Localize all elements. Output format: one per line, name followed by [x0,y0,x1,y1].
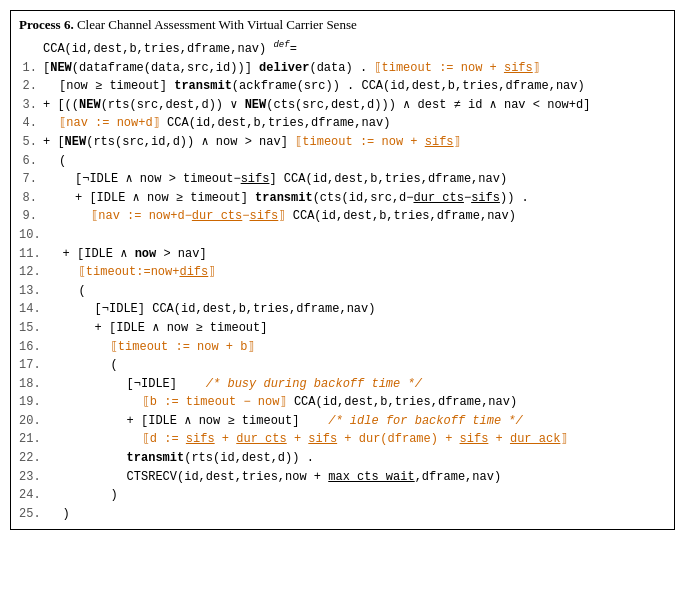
line-row-13: 13. ( [19,282,666,301]
line-num-1: 1. [19,59,37,78]
line-content-0: CCA(id,dest,b,tries,dframe,nav) def= [43,39,666,59]
line-content-13: ( [47,282,666,301]
line-row-6: 6. ( [19,152,666,171]
line-content-4: ⟦nav := now+d⟧ CCA(id,dest,b,tries,dfram… [43,114,666,133]
line-row-8: 8. + [IDLE ∧ now ≥ timeout] transmit(cts… [19,189,666,208]
line-num-13: 13. [19,282,41,301]
line-row-1: 1. [NEW(dataframe(data,src,id))] deliver… [19,59,666,78]
line-content-17: ( [47,356,666,375]
line-content-18: [¬IDLE] /* busy during backoff time */ [47,375,666,394]
line-row-21: 21. ⟦d := sifs + dur_cts + sifs + dur(df… [19,430,666,449]
line-content-3: + [((NEW(rts(src,dest,d)) ∨ NEW(cts(src,… [43,96,666,115]
line-content-10 [47,226,666,245]
line-num-19: 19. [19,393,41,412]
line-num-2: 2. [19,77,37,96]
line-num-5: 5. [19,133,37,152]
line-row-4: 4. ⟦nav := now+d⟧ CCA(id,dest,b,tries,df… [19,114,666,133]
line-num-4: 4. [19,114,37,133]
line-row-9: 9. ⟦nav := now+d−dur_cts−sifs⟧ CCA(id,de… [19,207,666,226]
process-name: Clear Channel Assessment With Virtual Ca… [77,17,357,32]
line-content-22: transmit(rts(id,dest,d)) . [47,449,666,468]
line-row-18: 18. [¬IDLE] /* busy during backoff time … [19,375,666,394]
line-num-14: 14. [19,300,41,319]
line-content-7: [¬IDLE ∧ now > timeout−sifs] CCA(id,dest… [43,170,666,189]
process-title: Process 6. Clear Channel Assessment With… [19,17,666,33]
line-row-12: 12. ⟦timeout:=now+difs⟧ [19,263,666,282]
line-row-25: 25. ) [19,505,666,524]
line-row-20: 20. + [IDLE ∧ now ≥ timeout] /* idle for… [19,412,666,431]
line-num-20: 20. [19,412,41,431]
main-container: Process 6. Clear Channel Assessment With… [10,10,675,530]
line-row-17: 17. ( [19,356,666,375]
line-row-23: 23. CTSRECV(id,dest,tries,now + max_cts_… [19,468,666,487]
line-num-12: 12. [19,263,41,282]
line-content-25: ) [47,505,666,524]
line-content-8: + [IDLE ∧ now ≥ timeout] transmit(cts(id… [43,189,666,208]
line-row-7: 7. [¬IDLE ∧ now > timeout−sifs] CCA(id,d… [19,170,666,189]
line-num-7: 7. [19,170,37,189]
header-line: CCA(id,dest,b,tries,dframe,nav) def= [19,39,666,59]
line-content-6: ( [43,152,666,171]
line-row-2: 2. [now ≥ timeout] transmit(ackframe(src… [19,77,666,96]
line-num-16: 16. [19,338,41,357]
line-row-5: 5. + [NEW(rts(src,id,d)) ∧ now > nav] ⟦t… [19,133,666,152]
line-row-3: 3. + [((NEW(rts(src,dest,d)) ∨ NEW(cts(s… [19,96,666,115]
line-num-25: 25. [19,505,41,524]
line-num-17: 17. [19,356,41,375]
line-row-22: 22. transmit(rts(id,dest,d)) . [19,449,666,468]
line-content-5: + [NEW(rts(src,id,d)) ∧ now > nav] ⟦time… [43,133,666,152]
line-num-24: 24. [19,486,41,505]
line-num-10: 10. [19,226,41,245]
line-content-15: + [IDLE ∧ now ≥ timeout] [47,319,666,338]
line-content-14: [¬IDLE] CCA(id,dest,b,tries,dframe,nav) [47,300,666,319]
line-content-16: ⟦timeout := now + b⟧ [47,338,666,357]
line-content-20: + [IDLE ∧ now ≥ timeout] /* idle for bac… [47,412,666,431]
line-num-21: 21. [19,430,41,449]
line-row-24: 24. ) [19,486,666,505]
line-row-19: 19. ⟦b := timeout − now⟧ CCA(id,dest,b,t… [19,393,666,412]
line-num-11: 11. [19,245,41,264]
line-content-11: + [IDLE ∧ now > nav] [47,245,666,264]
line-row-14: 14. [¬IDLE] CCA(id,dest,b,tries,dframe,n… [19,300,666,319]
line-content-19: ⟦b := timeout − now⟧ CCA(id,dest,b,tries… [47,393,666,412]
line-num-18: 18. [19,375,41,394]
line-content-24: ) [47,486,666,505]
line-row-11: 11. + [IDLE ∧ now > nav] [19,245,666,264]
line-content-9: ⟦nav := now+d−dur_cts−sifs⟧ CCA(id,dest,… [43,207,666,226]
line-num-8: 8. [19,189,37,208]
process-label: Process 6. [19,17,74,32]
line-num-22: 22. [19,449,41,468]
line-num-9: 9. [19,207,37,226]
line-content-12: ⟦timeout:=now+difs⟧ [47,263,666,282]
line-num-6: 6. [19,152,37,171]
line-content-23: CTSRECV(id,dest,tries,now + max_cts_wait… [47,468,666,487]
line-num-3: 3. [19,96,37,115]
line-row-10: 10. [19,226,666,245]
code-block: CCA(id,dest,b,tries,dframe,nav) def= 1. … [19,39,666,523]
line-num-23: 23. [19,468,41,487]
line-row-16: 16. ⟦timeout := now + b⟧ [19,338,666,357]
line-content-2: [now ≥ timeout] transmit(ackframe(src)) … [43,77,666,96]
line-content-21: ⟦d := sifs + dur_cts + sifs + dur(dframe… [47,430,666,449]
line-content-1: [NEW(dataframe(data,src,id))] deliver(da… [43,59,666,78]
line-num-15: 15. [19,319,41,338]
line-row-15: 15. + [IDLE ∧ now ≥ timeout] [19,319,666,338]
